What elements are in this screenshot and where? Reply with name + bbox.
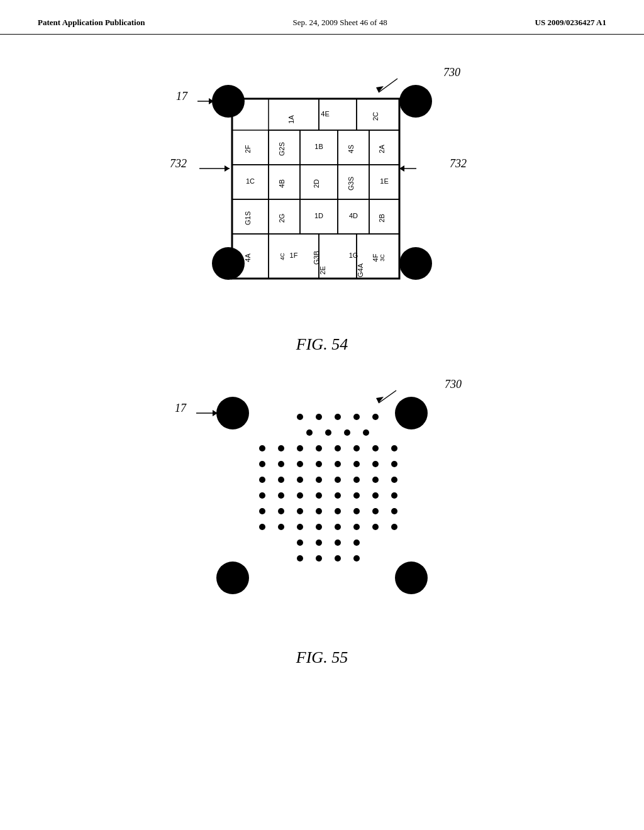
svg-point-108 (353, 508, 360, 514)
svg-text:4S: 4S (347, 145, 355, 153)
svg-point-65 (353, 414, 360, 420)
ref-17-fig55: 17 (175, 402, 186, 415)
svg-point-120 (316, 540, 322, 546)
svg-text:G3B: G3B (313, 251, 320, 265)
svg-marker-59 (376, 397, 384, 403)
fig55-label: FIG. 55 (296, 648, 348, 667)
svg-text:G1S: G1S (244, 211, 252, 225)
svg-point-123 (297, 555, 303, 562)
svg-point-77 (372, 445, 379, 451)
ref-732-left: 732 (170, 157, 187, 170)
svg-point-86 (391, 461, 397, 467)
svg-line-58 (379, 390, 396, 403)
svg-point-70 (363, 429, 369, 436)
svg-text:1G: 1G (349, 252, 358, 259)
svg-point-122 (353, 540, 360, 546)
svg-point-114 (316, 524, 322, 530)
svg-point-118 (391, 524, 397, 530)
svg-point-98 (316, 492, 322, 499)
svg-text:2A: 2A (378, 145, 386, 153)
svg-point-62 (297, 414, 303, 420)
svg-text:2D: 2D (313, 179, 320, 188)
svg-marker-1 (376, 86, 384, 92)
svg-line-0 (379, 79, 397, 92)
svg-point-67 (306, 429, 313, 436)
svg-text:1A: 1A (287, 115, 295, 124)
fig55-diagram: 730 17 (165, 373, 479, 643)
svg-text:2F: 2F (244, 145, 252, 153)
svg-point-72 (278, 445, 284, 451)
fig54-label: FIG. 54 (296, 335, 348, 354)
svg-text:2B: 2B (378, 214, 386, 222)
svg-point-115 (335, 524, 341, 530)
svg-point-110 (391, 508, 397, 514)
grid-diagram-fig54: 1A 4E 2C 2F G2S 1B 4S 2A 1C 4B 2D G3S 1E… (231, 97, 401, 280)
svg-point-116 (353, 524, 360, 530)
svg-text:G3S: G3S (347, 177, 355, 191)
svg-text:1C: 1C (246, 177, 255, 185)
svg-rect-9 (269, 99, 319, 130)
svg-point-100 (353, 492, 360, 499)
svg-text:1E: 1E (380, 177, 388, 185)
svg-text:4C: 4C (279, 253, 286, 260)
svg-point-68 (325, 429, 331, 436)
svg-point-119 (297, 540, 303, 546)
svg-point-82 (316, 461, 322, 467)
svg-text:4B: 4B (278, 179, 286, 187)
svg-text:1B: 1B (314, 143, 323, 150)
svg-point-109 (372, 508, 379, 514)
corner-circle-tr (399, 85, 432, 118)
svg-point-80 (278, 461, 284, 467)
main-content: 730 17 732 732 (0, 35, 644, 680)
ref-730: 730 (443, 66, 460, 79)
svg-point-106 (316, 508, 322, 514)
corner-circle-br (399, 247, 432, 280)
svg-point-87 (259, 477, 265, 483)
svg-point-74 (316, 445, 322, 451)
header-right-text: US 2009/0236427 A1 (535, 18, 606, 28)
svg-point-112 (278, 524, 284, 530)
fig54-diagram: 730 17 732 732 (165, 60, 479, 330)
svg-point-66 (372, 414, 379, 420)
svg-text:1D: 1D (314, 212, 323, 219)
svg-point-88 (278, 477, 284, 483)
header-left-text: Patent Application Publication (38, 18, 145, 28)
svg-point-64 (335, 414, 341, 420)
svg-point-75 (335, 445, 341, 451)
page-header: Patent Application Publication Sep. 24, … (0, 0, 644, 35)
svg-point-111 (259, 524, 265, 530)
svg-point-63 (316, 414, 322, 420)
svg-point-81 (297, 461, 303, 467)
svg-point-85 (372, 461, 379, 467)
svg-text:1F: 1F (290, 252, 298, 259)
ref-732-right: 732 (450, 157, 467, 170)
svg-text:G4A: G4A (357, 263, 364, 277)
svg-point-104 (278, 508, 284, 514)
svg-point-92 (353, 477, 360, 483)
svg-point-117 (372, 524, 379, 530)
svg-point-97 (297, 492, 303, 499)
svg-point-95 (259, 492, 265, 499)
dots-pattern (234, 407, 404, 602)
svg-point-73 (297, 445, 303, 451)
svg-marker-5 (225, 165, 230, 172)
svg-text:4F: 4F (372, 253, 379, 262)
svg-point-78 (391, 445, 397, 451)
svg-point-126 (353, 555, 360, 562)
svg-point-69 (344, 429, 350, 436)
svg-point-102 (391, 492, 397, 499)
svg-point-113 (297, 524, 303, 530)
svg-point-76 (353, 445, 360, 451)
svg-text:2E: 2E (319, 266, 326, 274)
svg-text:4D: 4D (349, 212, 358, 219)
svg-point-103 (259, 508, 265, 514)
svg-text:4A: 4A (244, 253, 252, 262)
svg-point-90 (316, 477, 322, 483)
svg-point-96 (278, 492, 284, 499)
svg-text:G2S: G2S (278, 142, 286, 156)
ref-730-fig55: 730 (445, 378, 462, 391)
svg-point-99 (335, 492, 341, 499)
svg-point-89 (297, 477, 303, 483)
svg-point-91 (335, 477, 341, 483)
svg-point-93 (372, 477, 379, 483)
